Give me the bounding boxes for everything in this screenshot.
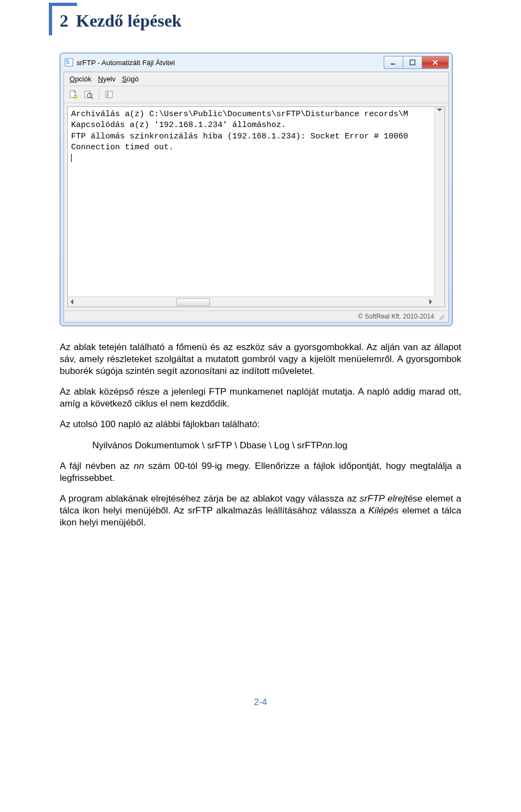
paragraph: Az ablak tetején található a főmenü és a… — [60, 341, 461, 377]
log-line: FTP állomás szinkronizálás hiba (192.168… — [71, 132, 408, 141]
toolbar-find-icon[interactable] — [82, 88, 94, 100]
log-line: Archiválás a(z) C:\Users\Public\Document… — [71, 110, 408, 119]
svg-rect-14 — [107, 94, 109, 95]
svg-rect-1 — [66, 60, 68, 60]
menu-language[interactable]: Nyelv — [96, 74, 118, 84]
svg-line-11 — [91, 97, 93, 99]
section-header: 2 Kezdő lépések — [60, 11, 461, 31]
scroll-thumb[interactable] — [176, 298, 210, 306]
toolbar-separator — [99, 89, 99, 100]
log-textarea[interactable]: Archiválás a(z) C:\Users\Public\Document… — [67, 106, 445, 307]
statusbar: © SoftReal Kft. 2010-2014 — [64, 310, 448, 322]
scroll-left-arrow-icon[interactable] — [71, 299, 73, 304]
svg-rect-3 — [66, 62, 69, 62]
scroll-up-arrow-icon[interactable] — [437, 109, 442, 111]
svg-rect-13 — [107, 92, 109, 93]
horizontal-scrollbar[interactable] — [68, 296, 435, 307]
paragraph: Az ablak középső része a jelenlegi FTP m… — [60, 386, 461, 410]
svg-rect-6 — [410, 60, 415, 65]
toolbar-new-icon[interactable] — [67, 88, 79, 100]
status-text: © SoftReal Kft. 2010-2014 — [358, 313, 434, 320]
svg-rect-2 — [66, 61, 69, 61]
log-line: Kapcsolódás a(z) '192.168.1.234' állomás… — [71, 120, 286, 130]
svg-point-8 — [74, 95, 77, 98]
close-button[interactable] — [422, 56, 449, 69]
text-cursor — [71, 154, 72, 162]
resize-grip-icon[interactable] — [437, 313, 444, 320]
minimize-button[interactable] — [384, 56, 403, 69]
paragraph: A program ablakának elrejtéséhez zárja b… — [60, 493, 461, 529]
app-window: srFTP - Automatizált Fájl Átvitel Opciók… — [60, 53, 453, 326]
section-title: Kezdő lépések — [76, 11, 182, 31]
titlebar: srFTP - Automatizált Fájl Átvitel — [60, 53, 452, 72]
vertical-scrollbar[interactable] — [434, 107, 444, 297]
menu-options[interactable]: Opciók — [67, 74, 93, 84]
svg-rect-12 — [106, 91, 112, 98]
toolbar — [64, 86, 448, 103]
svg-rect-4 — [66, 63, 70, 64]
paragraph: A fájl névben az nn szám 00-tól 99-ig me… — [60, 460, 461, 484]
file-path: Nyilvános Dokumentumok \ srFTP \ Dbase \… — [92, 440, 461, 452]
window-title: srFTP - Automatizált Fájl Átvitel — [77, 59, 384, 67]
section-number: 2 — [60, 11, 68, 30]
app-icon — [65, 58, 73, 67]
paragraph: Az utolsó 100 napló az alábbi fájlokban … — [60, 418, 461, 430]
page-number: 2-4 — [60, 697, 461, 708]
log-line: Connection timed out. — [71, 143, 174, 152]
menubar: Opciók Nyelv Súgó — [64, 72, 448, 86]
scroll-corner — [435, 297, 444, 307]
svg-rect-15 — [107, 96, 109, 97]
svg-rect-5 — [391, 64, 395, 65]
toolbar-settings-icon[interactable] — [104, 88, 116, 100]
maximize-button[interactable] — [403, 56, 422, 69]
scroll-right-arrow-icon[interactable] — [429, 299, 432, 304]
menu-help[interactable]: Súgó — [120, 74, 141, 84]
